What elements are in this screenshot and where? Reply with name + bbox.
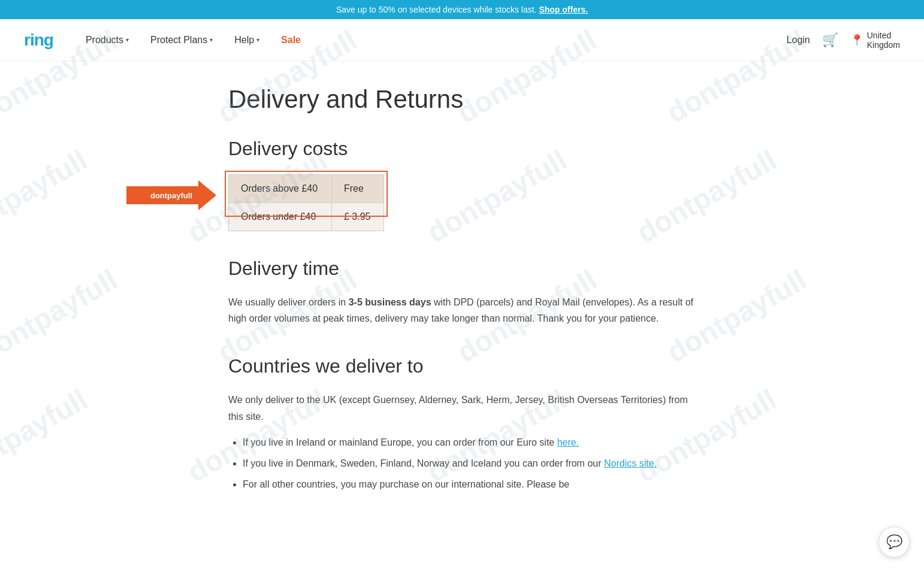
delivery-time-bold: 3-5 business days bbox=[349, 297, 431, 307]
delivery-costs-title: Delivery costs bbox=[228, 138, 696, 160]
nav-sale[interactable]: Sale bbox=[273, 30, 309, 50]
nordics-site-link[interactable]: Nordics site. bbox=[604, 458, 657, 468]
table-row: Orders above £40 Free bbox=[229, 175, 384, 203]
table-row: Orders under £40 £ 3.95 bbox=[229, 203, 384, 231]
delivery-table-wrapper: dontpayfull Orders above £40 Free Orders… bbox=[228, 174, 384, 231]
table-cell-free: Free bbox=[332, 175, 384, 203]
sale-label: Sale bbox=[281, 35, 301, 46]
delivery-time-text-before: We usually deliver orders in bbox=[228, 297, 349, 307]
countries-title: Countries we deliver to bbox=[228, 355, 696, 377]
region-selector[interactable]: 📍 United Kingdom bbox=[850, 31, 900, 50]
nav-help[interactable]: Help ▾ bbox=[226, 30, 268, 50]
list-item-text-3: For all other countries, you may purchas… bbox=[243, 479, 569, 489]
help-label: Help bbox=[234, 35, 254, 46]
chat-button[interactable]: 💬 bbox=[878, 526, 910, 533]
banner-link[interactable]: Shop offers. bbox=[539, 5, 588, 14]
euro-site-link[interactable]: here. bbox=[557, 437, 579, 447]
nav-protect-plans[interactable]: Protect Plans ▾ bbox=[142, 30, 221, 50]
region-text: United Kingdom bbox=[867, 31, 900, 50]
nav-items: Products ▾ Protect Plans ▾ Help ▾ Sale bbox=[77, 30, 787, 50]
top-banner: Save up to 50% on selected devices while… bbox=[0, 0, 924, 19]
annotation-label: dontpayfull bbox=[126, 180, 216, 210]
list-item: If you live in Ireland or mainland Europ… bbox=[243, 434, 696, 450]
list-item: For all other countries, you may purchas… bbox=[243, 476, 696, 492]
annotation-arrow: dontpayfull bbox=[126, 180, 222, 210]
list-item: If you live in Denmark, Sweden, Finland,… bbox=[243, 455, 696, 471]
nav-right: Login 🛒 📍 United Kingdom bbox=[787, 31, 900, 50]
list-item-text-2: If you live in Denmark, Sweden, Finland,… bbox=[243, 458, 604, 468]
main-content: Delivery and Returns Delivery costs dont… bbox=[192, 61, 732, 533]
location-pin-icon: 📍 bbox=[850, 34, 863, 47]
table-cell-order-under: Orders under £40 bbox=[229, 203, 332, 231]
products-chevron-icon: ▾ bbox=[126, 37, 129, 43]
banner-text: Save up to 50% on selected devices while… bbox=[336, 5, 537, 14]
delivery-table: Orders above £40 Free Orders under £40 £… bbox=[228, 174, 384, 231]
cart-icon[interactable]: 🛒 bbox=[822, 32, 838, 48]
table-cell-price: £ 3.95 bbox=[332, 203, 384, 231]
countries-list: If you live in Ireland or mainland Europ… bbox=[228, 434, 696, 493]
navbar: ring Products ▾ Protect Plans ▾ Help ▾ S… bbox=[0, 19, 924, 61]
countries-section: Countries we deliver to We only deliver … bbox=[228, 355, 696, 492]
nav-products[interactable]: Products ▾ bbox=[77, 30, 137, 50]
login-button[interactable]: Login bbox=[787, 35, 810, 46]
delivery-time-title: Delivery time bbox=[228, 258, 696, 280]
page-title: Delivery and Returns bbox=[228, 85, 696, 114]
table-cell-order-above: Orders above £40 bbox=[229, 175, 332, 203]
delivery-time-paragraph: We usually deliver orders in 3-5 busines… bbox=[228, 294, 696, 326]
countries-intro: We only deliver to the UK (except Guerns… bbox=[228, 392, 696, 424]
help-chevron-icon: ▾ bbox=[256, 37, 259, 43]
delivery-time-section: Delivery time We usually deliver orders … bbox=[228, 258, 696, 326]
list-item-text-1: If you live in Ireland or mainland Europ… bbox=[243, 437, 557, 447]
protect-plans-label: Protect Plans bbox=[150, 35, 207, 46]
products-label: Products bbox=[86, 35, 123, 46]
logo[interactable]: ring bbox=[24, 31, 53, 50]
protect-plans-chevron-icon: ▾ bbox=[210, 37, 213, 43]
